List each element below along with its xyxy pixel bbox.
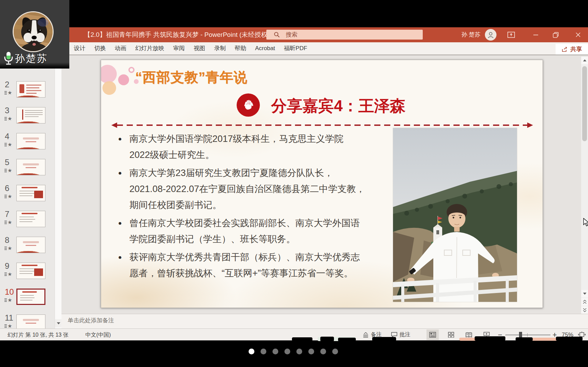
bullet-line: 学院团委副书记（学生）、班长等职务。 — [129, 231, 360, 247]
flower-decoration — [128, 67, 135, 73]
slide-canvas[interactable]: “西部支教”青年说 — [101, 60, 543, 308]
reading-view-icon — [465, 332, 472, 338]
animation-star-icon: ★ — [4, 220, 12, 225]
mouse-cursor-icon — [583, 218, 588, 227]
slide-counter[interactable]: 幻灯片 第 10 张, 共 13 张 — [8, 329, 69, 341]
editor-vertical-scrollbar[interactable] — [581, 57, 588, 314]
share-button[interactable]: 共享 — [556, 44, 588, 55]
animation-star-icon: ★ — [4, 297, 12, 303]
watermark-fragment — [516, 337, 533, 341]
bullet-list[interactable]: ● 南京大学外国语学院2017级本科生，马克思主义学院 2022级硕士研究生。 … — [118, 131, 365, 283]
bullet-line: 愿者，曾斩获挑战杯、“互联网+”等赛事江苏省一等奖。 — [129, 265, 360, 281]
guest-photo[interactable] — [393, 128, 517, 302]
bottom-letterbox-bar — [0, 340, 588, 367]
bullet-item: ● 南京大学外国语学院2017级本科生，马克思主义学院 2022级硕士研究生。 — [118, 131, 365, 163]
flower-decoration — [118, 74, 129, 85]
scrollbar-thumb[interactable] — [582, 66, 587, 141]
slide-title[interactable]: “西部支教”青年说 — [135, 68, 248, 87]
search-box[interactable]: 搜索 — [266, 30, 423, 40]
share-icon — [562, 46, 568, 52]
account-avatar[interactable] — [485, 29, 496, 41]
watermark-fragment — [292, 337, 312, 341]
ribbon-display-options-icon — [507, 32, 515, 38]
minimize-button[interactable] — [526, 27, 546, 42]
normal-view-button[interactable] — [426, 329, 439, 340]
tab-slideshow[interactable]: 幻灯片放映 — [131, 42, 169, 55]
flower-decoration — [101, 65, 117, 83]
pagination-dots — [249, 349, 338, 354]
pagination-dot[interactable] — [261, 349, 266, 354]
ribbon-display-options-button[interactable] — [506, 31, 516, 38]
bullet-line: 期间任校团委副书记。 — [129, 197, 365, 213]
scroll-down-button[interactable] — [55, 319, 62, 327]
animation-star-icon: ★ — [4, 271, 12, 277]
chevron-down-icon — [583, 292, 587, 295]
bullet-line: 2022级硕士研究生。 — [129, 147, 344, 163]
restore-button[interactable] — [546, 27, 565, 42]
slide-thumbnail — [16, 185, 45, 201]
animation-star-icon: ★ — [4, 142, 12, 147]
next-slide-button[interactable] — [581, 306, 588, 314]
hand-icon — [237, 93, 260, 117]
tab-review[interactable]: 审阅 — [169, 42, 189, 55]
bullet-line: 南京大学外国语学院2017级本科生，马克思主义学院 — [129, 131, 344, 147]
pagination-dot[interactable] — [332, 349, 338, 354]
pagination-dot[interactable] — [249, 349, 254, 354]
zoom-slider-track[interactable] — [505, 335, 550, 335]
double-chevron-up-icon — [583, 300, 587, 304]
slide-thumbnail — [16, 81, 45, 98]
pagination-dot[interactable] — [284, 349, 290, 354]
tab-acrobat[interactable]: Acrobat — [251, 42, 280, 55]
slide-sorter-view-button[interactable] — [445, 329, 457, 340]
guest-heading[interactable]: 分享嘉宾4：王泽森 — [271, 96, 406, 117]
tab-design[interactable]: 设计 — [69, 42, 90, 55]
animation-star-icon: ★ — [4, 168, 12, 173]
notes-icon — [363, 332, 369, 338]
slide-thumbnail — [16, 211, 45, 227]
bullet-item: ● 获评南京大学优秀共青团干部（标兵）、南京大学优秀志 愿者，曾斩获挑战杯、“互… — [118, 249, 365, 281]
tab-animations[interactable]: 动画 — [110, 42, 131, 55]
pagination-dot[interactable] — [296, 349, 302, 354]
workspace: 2 ★ 3 ★ 4 ★ 5 ★ — [0, 55, 588, 328]
scroll-down-button[interactable] — [581, 290, 588, 297]
share-label: 共享 — [571, 45, 582, 53]
tab-foxit-pdf[interactable]: 福昕PDF — [280, 42, 312, 55]
bullet-line: 曾任南京大学校团委社会实践部副部长、南京大学外国语 — [129, 215, 360, 231]
bullet-line: 获评南京大学优秀共青团干部（标兵）、南京大学优秀志 — [129, 249, 360, 265]
bullet-item: ● 曾任南京大学校团委社会实践部副部长、南京大学外国语 学院团委副书记（学生）、… — [118, 215, 365, 247]
slide-thumbnail — [16, 289, 45, 305]
animation-star-icon: ★ — [4, 90, 12, 95]
thumbnail-panel-scrollbar[interactable] — [55, 55, 61, 328]
bullet-dot: ● — [118, 165, 129, 213]
pagination-dot[interactable] — [320, 349, 326, 354]
animation-star-icon: ★ — [4, 246, 12, 251]
comments-toggle-label: 批注 — [400, 331, 410, 338]
pagination-dot[interactable] — [272, 349, 278, 354]
close-button[interactable] — [568, 27, 588, 42]
title-bar: 【2.0】祖国青年同携手 共筑民族复兴梦 - PowerPoint (未经授权产… — [0, 27, 588, 42]
language-indicator[interactable]: 中文(中国) — [85, 329, 111, 341]
previous-slide-button[interactable] — [581, 298, 588, 306]
scroll-up-button[interactable] — [581, 57, 588, 64]
account-name[interactable]: 孙 楚苏 — [461, 27, 480, 42]
notes-pane[interactable]: 单击此处添加备注 — [61, 314, 588, 328]
tab-transitions[interactable]: 切换 — [90, 42, 110, 55]
bullet-line: 2021.08-2022.07在宁夏回族自治区隆德县第二中学支教， — [129, 181, 365, 197]
person-icon — [487, 31, 494, 39]
powerpoint-window: 【2.0】祖国青年同携手 共筑民族复兴梦 - PowerPoint (未经授权产… — [0, 27, 588, 340]
slide-thumbnail — [16, 107, 45, 123]
chevron-down-icon — [57, 322, 60, 325]
tab-record[interactable]: 录制 — [210, 42, 230, 55]
bullet-dot: ● — [118, 249, 129, 281]
pagination-dot[interactable] — [308, 349, 314, 354]
slide-thumbnail — [16, 159, 45, 175]
watermark-fragment — [338, 338, 356, 341]
webcam-overlay[interactable]: 孙楚苏 — [0, 0, 69, 69]
window-title: 【2.0】祖国青年同携手 共筑民族复兴梦 - PowerPoint (未经授权产… — [84, 27, 283, 42]
minimize-icon — [533, 32, 538, 38]
animation-star-icon: ★ — [4, 323, 12, 328]
bullet-dot: ● — [118, 131, 129, 163]
tab-help[interactable]: 帮助 — [230, 42, 251, 55]
slide-thumbnail — [16, 314, 45, 328]
tab-view[interactable]: 视图 — [189, 42, 210, 55]
